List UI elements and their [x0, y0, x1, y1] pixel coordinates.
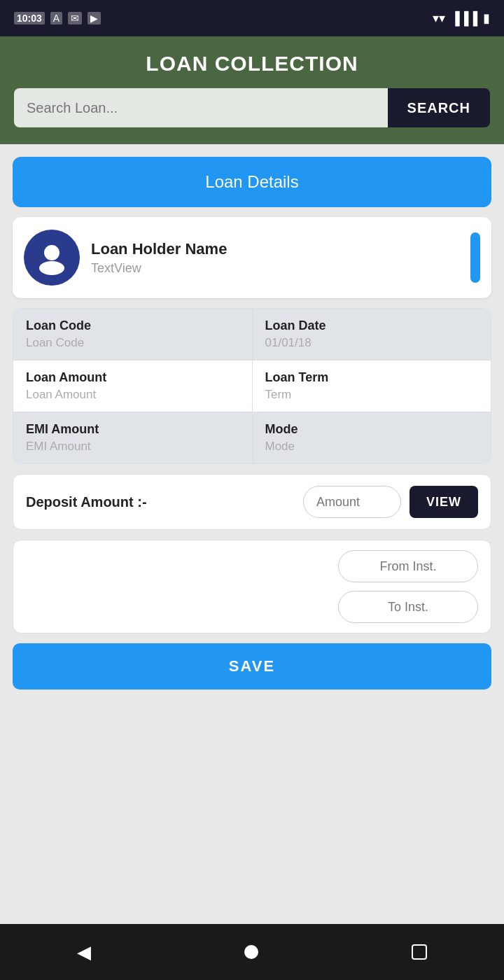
- loan-details-button[interactable]: Loan Details: [13, 157, 491, 207]
- mode-value: Mode: [265, 440, 479, 454]
- grid-row-2: Loan Amount Loan Amount Loan Term Term: [13, 360, 491, 412]
- mode-cell: Mode Mode: [253, 412, 491, 463]
- loan-holder-card: Loan Holder Name TextView: [13, 217, 491, 298]
- blue-stripe-indicator: [470, 232, 480, 283]
- loan-date-label: Loan Date: [265, 318, 479, 333]
- main-content: Loan Details Loan Holder Name TextView L…: [0, 144, 504, 924]
- avatar: [24, 230, 80, 286]
- avatar-icon: [33, 239, 71, 276]
- loan-holder-sub: TextView: [91, 261, 459, 276]
- status-icon-mail: ✉: [68, 12, 82, 24]
- deposit-label: Deposit Amount :-: [26, 494, 295, 510]
- status-left: 10:03 A ✉ ▶: [14, 12, 101, 24]
- loan-amount-label: Loan Amount: [26, 370, 239, 385]
- mode-label: Mode: [265, 422, 479, 437]
- installment-row: [13, 540, 491, 634]
- status-icon-a: A: [50, 12, 62, 24]
- status-icon-play: ▶: [88, 12, 101, 24]
- view-button[interactable]: VIEW: [410, 486, 478, 518]
- app-header: LOAN COLLECTION SEARCH: [0, 36, 504, 144]
- deposit-row: Deposit Amount :- VIEW: [13, 474, 491, 530]
- search-button[interactable]: SEARCH: [388, 88, 490, 127]
- emi-amount-label: EMI Amount: [26, 422, 239, 437]
- search-bar: SEARCH: [14, 88, 490, 127]
- from-inst-input[interactable]: [338, 550, 478, 582]
- loan-code-label: Loan Code: [26, 318, 239, 333]
- details-grid: Loan Code Loan Code Loan Date 01/01/18 L…: [13, 308, 491, 464]
- emi-amount-cell: EMI Amount EMI Amount: [13, 412, 253, 463]
- to-inst-input[interactable]: [338, 591, 478, 623]
- amount-input[interactable]: [303, 486, 401, 518]
- status-right-icons: ▾▾ ▐▐▐ ▮: [433, 10, 490, 26]
- loan-amount-cell: Loan Amount Loan Amount: [13, 360, 253, 412]
- loan-holder-info: Loan Holder Name TextView: [91, 240, 459, 276]
- grid-row-3: EMI Amount EMI Amount Mode Mode: [13, 412, 491, 463]
- emi-amount-value: EMI Amount: [26, 440, 239, 454]
- loan-date-cell: Loan Date 01/01/18: [253, 309, 491, 360]
- loan-code-value: Loan Code: [26, 336, 239, 350]
- wifi-icon: ▾▾: [433, 10, 445, 26]
- status-time: 10:03: [14, 12, 45, 24]
- save-button[interactable]: SAVE: [13, 643, 491, 690]
- search-input[interactable]: [14, 88, 388, 127]
- loan-term-cell: Loan Term Term: [253, 360, 491, 412]
- svg-point-1: [39, 261, 64, 275]
- app-title: LOAN COLLECTION: [14, 52, 490, 76]
- recents-button[interactable]: [412, 944, 427, 960]
- loan-term-value: Term: [265, 388, 479, 402]
- loan-term-label: Loan Term: [265, 370, 479, 385]
- signal-icon: ▐▐▐: [451, 11, 477, 26]
- back-button[interactable]: ◀: [77, 941, 91, 963]
- status-bar: 10:03 A ✉ ▶ ▾▾ ▐▐▐ ▮: [0, 0, 504, 36]
- bottom-nav: ◀: [0, 924, 504, 980]
- home-button[interactable]: [244, 945, 258, 959]
- grid-row-1: Loan Code Loan Code Loan Date 01/01/18: [13, 309, 491, 360]
- loan-code-cell: Loan Code Loan Code: [13, 309, 253, 360]
- svg-point-0: [44, 245, 59, 260]
- loan-amount-value: Loan Amount: [26, 388, 239, 402]
- battery-icon: ▮: [483, 10, 490, 26]
- loan-holder-name: Loan Holder Name: [91, 240, 459, 258]
- loan-date-value: 01/01/18: [265, 336, 479, 350]
